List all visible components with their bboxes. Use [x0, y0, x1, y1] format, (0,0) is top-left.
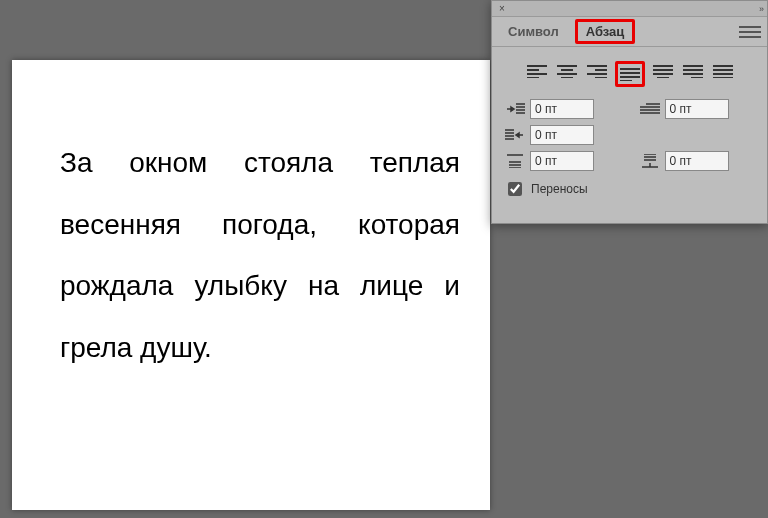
collapse-icon[interactable]: ››	[747, 4, 763, 14]
indent-left-input[interactable]	[530, 99, 594, 119]
space-after-icon	[639, 153, 661, 169]
panel-tabs: Символ Абзац	[492, 17, 767, 47]
justify-all-icon[interactable]	[711, 61, 735, 81]
indent-left-field	[504, 99, 621, 119]
justify-last-left-icon[interactable]	[615, 61, 645, 87]
space-before-icon	[504, 153, 526, 169]
indent-right-field	[504, 125, 621, 145]
space-before-input[interactable]	[530, 151, 594, 171]
paragraph-panel: × ›› Символ Абзац	[491, 0, 768, 224]
align-center-icon[interactable]	[555, 61, 579, 81]
panel-menu-icon[interactable]	[739, 23, 761, 41]
indent-right-input[interactable]	[530, 125, 594, 145]
hyphenation-label: Переносы	[531, 182, 588, 196]
space-before-field	[504, 151, 621, 171]
indent-fields	[492, 99, 767, 171]
tab-symbol[interactable]: Символ	[498, 20, 569, 43]
align-left-icon[interactable]	[525, 61, 549, 81]
first-line-indent-icon	[639, 101, 661, 117]
align-right-icon[interactable]	[585, 61, 609, 81]
document-canvas[interactable]: За окном стояла теплая весенняя погода, …	[12, 60, 490, 510]
first-line-indent-input[interactable]	[665, 99, 729, 119]
space-after-input[interactable]	[665, 151, 729, 171]
first-line-indent-field	[639, 99, 756, 119]
tab-paragraph[interactable]: Абзац	[575, 19, 636, 44]
document-text[interactable]: За окном стояла теплая весенняя погода, …	[60, 132, 460, 378]
space-after-field	[639, 151, 756, 171]
indent-right-icon	[504, 127, 526, 143]
close-icon[interactable]: ×	[496, 3, 508, 14]
hyphenation-row: Переносы	[492, 171, 767, 199]
panel-titlebar: × ››	[492, 1, 767, 17]
indent-left-icon	[504, 101, 526, 117]
hyphenation-checkbox[interactable]	[508, 182, 522, 196]
alignment-row	[492, 47, 767, 99]
justify-last-right-icon[interactable]	[681, 61, 705, 81]
justify-last-center-icon[interactable]	[651, 61, 675, 81]
